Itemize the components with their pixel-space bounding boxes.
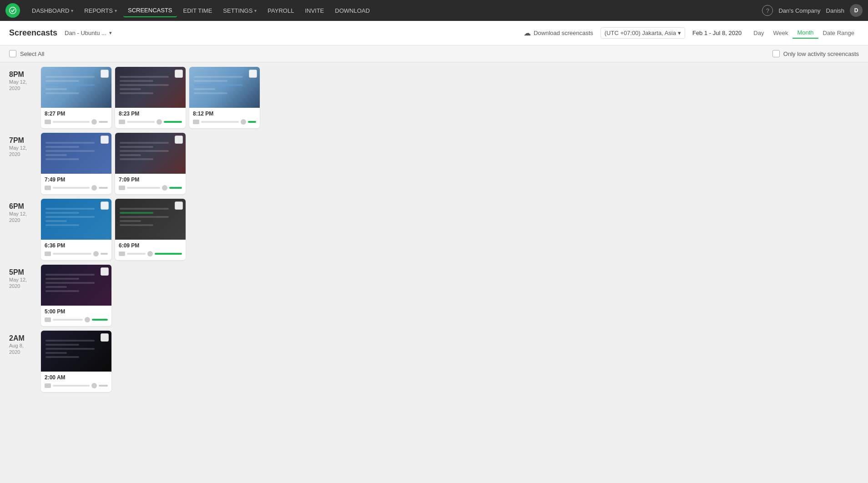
nav-edit-time[interactable]: EDIT TIME xyxy=(179,5,217,17)
thumbnail-time: 8:23 PM xyxy=(119,111,182,117)
nav-payroll[interactable]: PAYROLL xyxy=(263,5,298,17)
time-group-8pm: 8PMMay 12,20208:27 PM8:23 PM8:12 PM xyxy=(9,67,859,128)
select-all-wrap[interactable]: Select All xyxy=(9,50,44,57)
top-navigation: DASHBOARD ▾ REPORTS ▾ SCREENCASTS EDIT T… xyxy=(0,0,868,21)
thumbnails-row: 2:00 AM xyxy=(41,331,111,392)
thumbnail-image xyxy=(115,133,186,174)
download-screencasts-button[interactable]: ☁ Download screencasts xyxy=(524,29,593,37)
activity-dot xyxy=(93,251,99,257)
activity-bar xyxy=(92,319,108,321)
time-label: 2AMAug 8,2020 xyxy=(9,331,41,392)
tab-week[interactable]: Week xyxy=(768,28,792,38)
thumbnail-card[interactable]: 7:09 PM xyxy=(115,133,186,194)
thumbnail-card[interactable]: 6:36 PM xyxy=(41,199,111,260)
screen-icon xyxy=(193,120,199,124)
low-activity-filter[interactable]: Only low activity screencasts xyxy=(772,50,859,57)
thumbnail-image xyxy=(41,331,111,372)
company-name: Dan's Company xyxy=(778,7,820,14)
screen-icon xyxy=(45,120,51,124)
thumbnail-time: 8:27 PM xyxy=(45,111,108,117)
thumbnail-checkbox[interactable] xyxy=(175,136,183,144)
thumbnail-time: 8:12 PM xyxy=(193,111,256,117)
thumbnail-checkbox[interactable] xyxy=(101,267,109,276)
thumbnail-image xyxy=(41,133,111,174)
subheader: Screencasts Dan - Ubuntu ... ▾ ☁ Downloa… xyxy=(0,21,868,45)
activity-dot xyxy=(91,185,97,191)
tab-day[interactable]: Day xyxy=(749,28,768,38)
thumbnails-row: 8:27 PM8:23 PM8:12 PM xyxy=(41,67,260,128)
nav-invite[interactable]: INVITE xyxy=(300,5,328,17)
nav-right-section: ? Dan's Company Danish D xyxy=(762,4,863,17)
download-icon: ☁ xyxy=(524,29,531,37)
thumbnail-image xyxy=(41,265,111,306)
thumbnail-image xyxy=(41,199,111,240)
screen-icon xyxy=(45,317,51,322)
nav-reports[interactable]: REPORTS ▾ xyxy=(80,5,121,17)
activity-dot xyxy=(156,119,162,125)
thumbnails-row: 7:49 PM7:09 PM xyxy=(41,133,186,194)
thumbnail-card[interactable]: 8:23 PM xyxy=(115,67,186,128)
time-group-2am: 2AMAug 8,20202:00 AM xyxy=(9,331,859,392)
thumbnail-checkbox[interactable] xyxy=(175,201,183,210)
screencasts-content: 8PMMay 12,20208:27 PM8:23 PM8:12 PM7PMMa… xyxy=(0,62,868,406)
nav-download[interactable]: DOWNLOAD xyxy=(330,5,374,17)
activity-dot xyxy=(91,383,97,388)
activity-bar xyxy=(99,385,108,387)
thumbnail-checkbox[interactable] xyxy=(101,70,109,78)
thumbnail-card[interactable]: 2:00 AM xyxy=(41,331,111,392)
thumbnail-checkbox[interactable] xyxy=(101,333,109,342)
thumbnail-card[interactable]: 5:00 PM xyxy=(41,265,111,326)
time-label: 7PMMay 12,2020 xyxy=(9,133,41,194)
tab-month[interactable]: Month xyxy=(792,27,818,39)
time-label: 8PMMay 12,2020 xyxy=(9,67,41,128)
activity-bar xyxy=(99,121,108,123)
toolbar: Select All Only low activity screencasts xyxy=(0,45,868,62)
activity-bar xyxy=(101,253,108,255)
thumbnail-time: 6:36 PM xyxy=(45,242,108,249)
select-all-checkbox[interactable] xyxy=(9,50,16,57)
thumbnail-checkbox[interactable] xyxy=(101,201,109,210)
thumbnails-row: 6:36 PM6:09 PM xyxy=(41,199,186,260)
app-logo[interactable] xyxy=(5,3,20,18)
nav-dashboard[interactable]: DASHBOARD ▾ xyxy=(27,5,78,17)
time-label: 6PMMay 12,2020 xyxy=(9,199,41,260)
screen-icon xyxy=(45,252,51,256)
low-activity-checkbox[interactable] xyxy=(772,50,780,57)
thumbnail-checkbox[interactable] xyxy=(175,70,183,78)
time-group-5pm: 5PMMay 12,20205:00 PM xyxy=(9,265,859,326)
thumbnail-card[interactable]: 6:09 PM xyxy=(115,199,186,260)
activity-bar xyxy=(248,121,256,123)
thumbnail-image xyxy=(189,67,260,108)
date-range-display: Feb 1 - Jul 8, 2020 xyxy=(692,30,742,36)
language-selector[interactable]: Danish xyxy=(826,7,844,14)
activity-dot xyxy=(85,317,90,322)
thumbnail-card[interactable]: 8:27 PM xyxy=(41,67,111,128)
nav-settings[interactable]: SETTINGS ▾ xyxy=(218,5,261,17)
screen-icon xyxy=(45,186,51,190)
view-tabs: Day Week Month Date Range xyxy=(749,27,859,39)
thumbnail-image xyxy=(115,67,186,108)
screen-icon xyxy=(45,383,51,388)
svg-point-0 xyxy=(10,7,16,14)
thumbnail-checkbox[interactable] xyxy=(249,70,257,78)
chevron-down-icon: ▾ xyxy=(254,8,257,13)
activity-dot xyxy=(91,119,97,125)
activity-dot xyxy=(162,185,167,191)
chevron-down-icon: ▾ xyxy=(115,8,117,13)
chevron-down-icon: ▾ xyxy=(678,30,681,36)
time-group-6pm: 6PMMay 12,20206:36 PM6:09 PM xyxy=(9,199,859,260)
chevron-down-icon: ▾ xyxy=(71,8,73,13)
timezone-selector[interactable]: (UTC +07:00) Jakarta, Asia ▾ xyxy=(601,27,685,39)
tab-date-range[interactable]: Date Range xyxy=(818,28,859,38)
user-avatar[interactable]: D xyxy=(850,4,863,17)
chevron-down-icon: ▾ xyxy=(109,30,112,36)
nav-screencasts[interactable]: SCREENCASTS xyxy=(123,4,177,17)
help-button[interactable]: ? xyxy=(762,5,773,16)
thumbnail-card[interactable]: 8:12 PM xyxy=(189,67,260,128)
thumbnail-image xyxy=(41,67,111,108)
activity-bar xyxy=(99,187,108,189)
user-selector[interactable]: Dan - Ubuntu ... ▾ xyxy=(65,30,112,36)
thumbnail-card[interactable]: 7:49 PM xyxy=(41,133,111,194)
thumbnail-checkbox[interactable] xyxy=(101,136,109,144)
screen-icon xyxy=(119,120,125,124)
